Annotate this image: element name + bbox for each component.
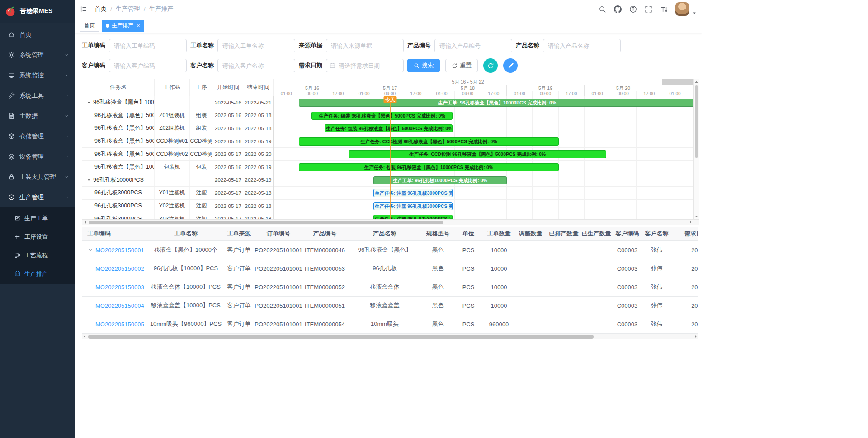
scrollbar-thumb[interactable]: [695, 85, 698, 158]
filter-input[interactable]: [434, 39, 512, 52]
orders-cell: MO202205150003: [82, 284, 147, 291]
sidebar-toggle-icon[interactable]: [80, 5, 87, 13]
github-icon[interactable]: [614, 5, 622, 13]
scrollbar-thumb[interactable]: [89, 221, 443, 224]
sidebar-menu: 首页系统管理系统监控系统工具主数据仓储管理设备管理工装夹具管理生产管理生产工单工…: [0, 23, 75, 284]
reset-button[interactable]: 重置: [445, 59, 478, 72]
filter-input[interactable]: [109, 59, 187, 72]
gantt-grid-row[interactable]: 96孔移液盒【黑色】5000PCSZ02组装机组装2022-05-162022-…: [82, 122, 273, 135]
gantt-bar[interactable]: 生产任务: 注塑 96孔孔板3000PCS 完成比例: 0%: [373, 215, 453, 219]
font-size-icon[interactable]: [660, 5, 668, 13]
table-row[interactable]: MO20220515000510mm吸头【960000】PCS客户订单PO202…: [82, 315, 698, 334]
sidebar-item-system-admin[interactable]: 系统管理: [0, 45, 75, 65]
gantt-grid-row[interactable]: 96孔孔板10000PCS2022-05-172022-05-19: [82, 174, 273, 187]
sidebar-item-master-data[interactable]: 主数据: [0, 106, 75, 126]
scroll-right-icon[interactable]: [693, 334, 698, 339]
work-order-link[interactable]: MO202205150004: [95, 302, 144, 309]
help-icon[interactable]: [629, 5, 637, 13]
gantt-bar[interactable]: 生产任务: 组装 96孔移液盒【黑色】5000PCS 完成比例: 0%: [311, 112, 453, 120]
user-avatar[interactable]: [675, 2, 689, 16]
table-row[interactable]: MO202205150003移液盒盒体【10000】PCS客户订单PO20220…: [82, 278, 698, 297]
orders-cell: MO202205150004: [82, 302, 147, 309]
refresh-circle-button[interactable]: [483, 58, 498, 73]
work-order-link[interactable]: MO202205150001: [95, 247, 144, 254]
sidebar-item-system-tools[interactable]: 系统工具: [0, 85, 75, 106]
sidebar-item-work-order[interactable]: 生产工单: [0, 209, 75, 227]
breadcrumb-item[interactable]: 生产管理: [116, 5, 140, 13]
gantt-grid-row[interactable]: 96孔孔板3000PCSY02注塑机注塑2022-05-172022-05-18: [82, 200, 273, 213]
sidebar-item-production[interactable]: 生产管理: [0, 187, 75, 207]
close-tab-icon[interactable]: ×: [137, 23, 140, 28]
gantt-bar[interactable]: 生产任务: CCD检测 96孔移液盒【黑色】5000PCS 完成比例: 0%: [349, 150, 606, 158]
demand-date-input[interactable]: [326, 59, 404, 72]
gantt-vertical-scrollbar[interactable]: [693, 79, 699, 219]
gantt-process-cell: 组装: [190, 122, 213, 135]
gantt-grid-row[interactable]: 96孔孔板3000PCSY01注塑机注塑2022-05-172022-05-18: [82, 187, 273, 200]
orders-cell: 96孔孔板: [346, 264, 423, 273]
gantt-bar[interactable]: 生产任务: 注塑 96孔孔板3000PCS 完成比例: 0%: [373, 202, 453, 210]
sidebar-item-warehouse[interactable]: 仓储管理: [0, 126, 75, 146]
gantt-grid-row[interactable]: 96孔移液盒【黑色】5000PCSCCD检测#02CCD检测2022-05-17…: [82, 148, 273, 161]
filter-input[interactable]: [326, 39, 404, 52]
gantt-horizontal-scrollbar[interactable]: [82, 219, 693, 225]
work-order-link[interactable]: MO202205150002: [95, 265, 144, 272]
avatar-dropdown-icon[interactable]: [692, 11, 697, 15]
fullscreen-icon[interactable]: [645, 5, 652, 13]
sidebar-item-process-flow[interactable]: 工艺流程: [0, 246, 75, 264]
scroll-down-icon[interactable]: [694, 214, 699, 219]
gantt-end-cell: 2022-05-20: [243, 148, 274, 160]
work-order-link[interactable]: MO202205150003: [95, 284, 144, 291]
breadcrumb-item: 生产排产: [149, 5, 174, 13]
orders-column-header: 工单数量: [484, 230, 514, 238]
gantt-grid-row[interactable]: 96孔移液盒【黑色】10000PCS2022-05-162022-05-21: [82, 96, 273, 109]
tab-首页[interactable]: 首页: [80, 20, 99, 32]
sidebar-item-process-setting[interactable]: 工序设置: [0, 227, 75, 246]
gantt-grid-row[interactable]: 96孔移液盒【黑色】10000PCS包装机包装2022-05-162022-05…: [82, 161, 273, 174]
orders-column-header: 客户名称: [642, 230, 671, 238]
orders-column-header: 规格型号: [423, 230, 453, 238]
gantt-grid-row[interactable]: 96孔移液盒【黑色】5000PCSZ01组装机组装2022-05-162022-…: [82, 109, 273, 122]
gantt-bar[interactable]: 生产任务: CCD检测 96孔移液盒【黑色】5000PCS 完成比例: 0%: [299, 137, 559, 146]
gantt-grid-row[interactable]: 96孔孔板3000PCSY03注塑机注塑2022-05-172022-05-18: [82, 212, 273, 219]
gantt-bar[interactable]: 生产任务: 注塑 96孔孔板3000PCS 完成比例: 0%: [373, 189, 453, 197]
navbar-tools: [599, 2, 697, 16]
gantt-day-label: 5月 19: [507, 85, 585, 91]
search-button[interactable]: 搜索: [407, 59, 440, 72]
table-row[interactable]: MO202205150004移液盒盒盖【10000】PCS客户订单PO20220…: [82, 297, 698, 315]
orders-column-header: 已排产数量: [547, 230, 580, 238]
work-order-link[interactable]: MO202205150005: [95, 321, 144, 328]
orders-horizontal-scrollbar[interactable]: [82, 334, 698, 339]
filter-label: 产品编号: [407, 42, 431, 50]
app-logo[interactable]: 苦糖果MES: [0, 0, 75, 23]
scroll-left-icon[interactable]: [82, 334, 87, 339]
scroll-up-icon[interactable]: [694, 80, 699, 85]
table-row[interactable]: MO20220515000296孔孔板【10000】PCS客户订单PO20220…: [82, 259, 698, 278]
logo-icon: [5, 5, 16, 17]
search-icon[interactable]: [599, 5, 606, 13]
sidebar-item-tooling[interactable]: 工装夹具管理: [0, 167, 75, 187]
filter-input[interactable]: [217, 39, 295, 52]
sidebar-item-system-monitor[interactable]: 系统监控: [0, 65, 75, 85]
orders-cell: ITEM00000052: [303, 284, 346, 291]
filter-row-2: 客户编码客户名称 需求日期 搜索 重置: [82, 58, 695, 73]
sidebar-item-equipment[interactable]: 设备管理: [0, 146, 75, 167]
gantt-bar[interactable]: 生产工单: 96孔孔板10000PCS 完成比例: 0%: [373, 176, 507, 184]
sidebar-item-home[interactable]: 首页: [0, 24, 75, 45]
scroll-right-icon[interactable]: [688, 220, 693, 225]
gantt-grid-row[interactable]: 96孔移液盒【黑色】5000PCSCCD检测#01CCD检测2022-05-16…: [82, 135, 273, 148]
gantt-bar[interactable]: 生产任务: 组装 96孔移液盒【黑色】5000PCS 完成比例: 0%: [325, 124, 453, 132]
filter-input[interactable]: [109, 39, 187, 52]
filter-input[interactable]: [217, 59, 295, 72]
gantt-bar[interactable]: 生产工单: 96孔移液盒【黑色】10000PCS 完成比例: 0%: [299, 99, 693, 107]
filter-input[interactable]: [543, 39, 621, 52]
sidebar-item-scheduling[interactable]: 生产排产: [0, 264, 75, 283]
gantt-bar[interactable]: 生产任务: 包装 96孔移液盒【黑色】10000PCS 完成比例: 0%: [299, 163, 559, 171]
edit-circle-button[interactable]: [503, 58, 518, 73]
scrollbar-thumb[interactable]: [88, 335, 594, 339]
scroll-left-icon[interactable]: [83, 220, 88, 225]
breadcrumb-item[interactable]: 首页: [94, 5, 107, 13]
table-row[interactable]: MO202205150001移液盒【黑色】10000个客户订单PO2022051…: [82, 241, 698, 259]
tab-生产排产[interactable]: 生产排产×: [102, 20, 144, 32]
sidebar-item-label: 生产排产: [24, 270, 75, 278]
gantt-task-cell: 96孔孔板3000PCS: [82, 212, 155, 219]
